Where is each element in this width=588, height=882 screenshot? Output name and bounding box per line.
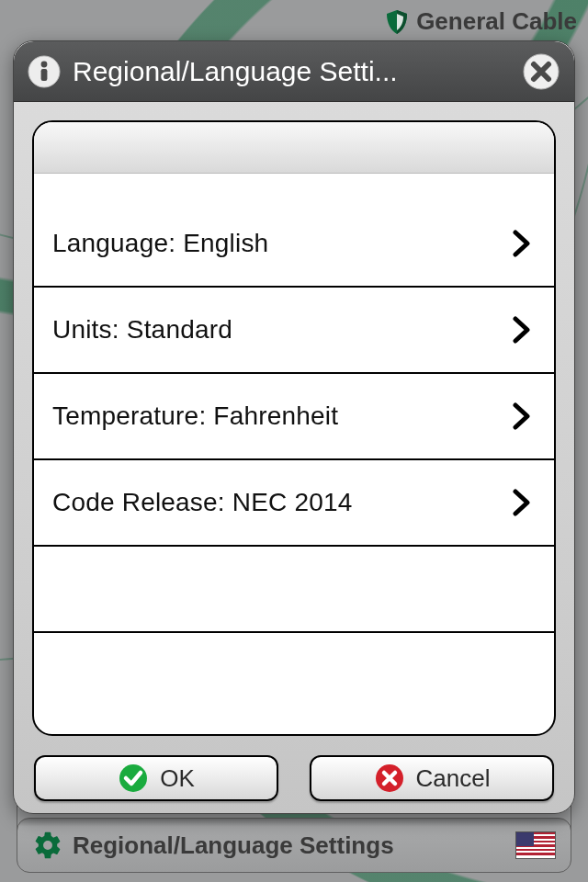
row-label: Code Release: NEC 2014: [52, 488, 512, 517]
row-label: Temperature: Fahrenheit: [52, 401, 512, 431]
svg-point-4: [119, 764, 147, 792]
settings-list: Language: English Units: Standard Temper…: [32, 120, 556, 736]
cancel-button-label: Cancel: [416, 764, 491, 793]
gear-icon: [32, 830, 63, 861]
modal-header: Regional/Language Setti...: [14, 41, 574, 102]
modal-title: Regional/Language Setti...: [73, 56, 510, 87]
close-button[interactable]: [521, 51, 561, 92]
row-label: Language: English: [52, 229, 512, 258]
ok-button-label: OK: [160, 764, 195, 793]
flag-us-icon: [515, 831, 556, 859]
bg-footer-label: Regional/Language Settings: [73, 831, 506, 860]
chevron-right-icon: [512, 230, 532, 257]
bg-footer-bar: Regional/Language Settings: [17, 818, 571, 873]
row-label: Units: Standard: [52, 315, 512, 345]
row-language[interactable]: Language: English: [34, 201, 554, 288]
list-spacer: [34, 174, 554, 201]
chevron-right-icon: [512, 402, 532, 430]
brand-logo: General Cable: [383, 7, 577, 36]
list-section-header: [34, 122, 554, 174]
row-units[interactable]: Units: Standard: [34, 288, 554, 374]
ok-button[interactable]: OK: [34, 755, 278, 801]
info-icon: [27, 54, 62, 89]
row-empty: [34, 633, 554, 734]
x-circle-icon: [374, 763, 405, 794]
chevron-right-icon: [512, 316, 532, 344]
brand-shield-icon: [383, 8, 411, 36]
check-circle-icon: [118, 763, 149, 794]
modal-footer: OK Cancel: [14, 749, 574, 813]
row-empty: [34, 547, 554, 633]
settings-modal: Regional/Language Setti... Language: Eng…: [13, 40, 575, 814]
svg-point-1: [41, 61, 48, 67]
brand-name: General Cable: [416, 7, 577, 36]
svg-rect-2: [41, 69, 48, 81]
modal-body: Language: English Units: Standard Temper…: [14, 102, 574, 749]
chevron-right-icon: [512, 489, 532, 516]
row-code-release[interactable]: Code Release: NEC 2014: [34, 460, 554, 547]
row-temperature[interactable]: Temperature: Fahrenheit: [34, 374, 554, 460]
cancel-button[interactable]: Cancel: [310, 755, 554, 801]
